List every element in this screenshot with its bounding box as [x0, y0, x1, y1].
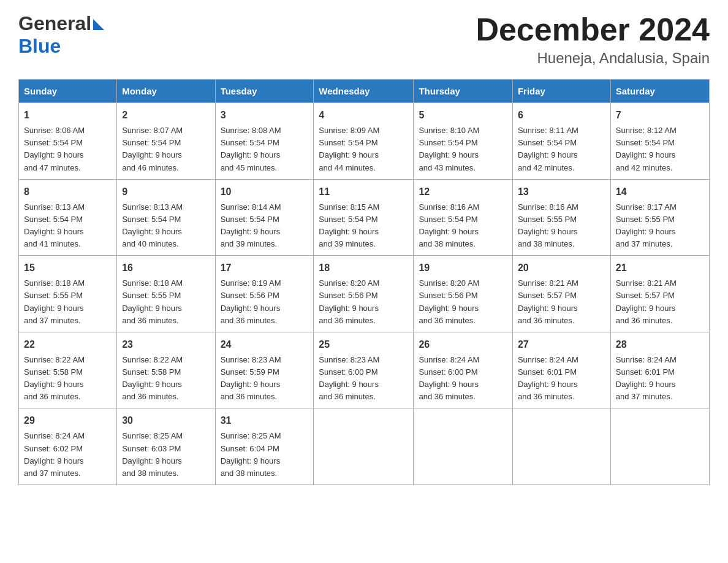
table-row: 23 Sunrise: 8:22 AMSunset: 5:58 PMDaylig…	[117, 332, 215, 408]
day-info: Sunrise: 8:18 AMSunset: 5:55 PMDaylight:…	[24, 278, 85, 324]
day-number: 6	[518, 108, 605, 123]
table-row: 15 Sunrise: 8:18 AMSunset: 5:55 PMDaylig…	[19, 256, 117, 332]
day-number: 16	[122, 261, 210, 275]
day-info: Sunrise: 8:25 AMSunset: 6:03 PMDaylight:…	[122, 431, 183, 477]
day-info: Sunrise: 8:09 AMSunset: 5:54 PMDaylight:…	[319, 126, 379, 172]
day-info: Sunrise: 8:14 AMSunset: 5:54 PMDaylight:…	[221, 202, 281, 248]
calendar-table: Sunday Monday Tuesday Wednesday Thursday…	[18, 79, 710, 485]
col-wednesday: Wednesday	[314, 80, 414, 103]
location-title: Hueneja, Andalusia, Spain	[476, 50, 710, 67]
day-number: 19	[419, 261, 507, 275]
day-info: Sunrise: 8:23 AMSunset: 5:59 PMDaylight:…	[221, 355, 281, 401]
table-row: 13 Sunrise: 8:16 AMSunset: 5:55 PMDaylig…	[512, 179, 610, 256]
day-number: 3	[221, 108, 309, 123]
day-number: 25	[319, 337, 408, 352]
day-info: Sunrise: 8:15 AMSunset: 5:54 PMDaylight:…	[319, 202, 379, 248]
calendar-week-row: 22 Sunrise: 8:22 AMSunset: 5:58 PMDaylig…	[19, 332, 710, 408]
day-number: 14	[616, 185, 704, 199]
table-row	[414, 408, 513, 485]
day-number: 2	[122, 108, 210, 123]
calendar-week-row: 29 Sunrise: 8:24 AMSunset: 6:02 PMDaylig…	[19, 408, 710, 485]
day-number: 29	[24, 413, 112, 428]
table-row: 26 Sunrise: 8:24 AMSunset: 6:00 PMDaylig…	[414, 332, 513, 408]
table-row: 29 Sunrise: 8:24 AMSunset: 6:02 PMDaylig…	[19, 408, 117, 485]
day-info: Sunrise: 8:17 AMSunset: 5:55 PMDaylight:…	[616, 202, 677, 248]
day-number: 26	[419, 337, 507, 352]
logo-arrow-icon	[93, 19, 104, 30]
day-number: 15	[24, 261, 112, 275]
table-row: 12 Sunrise: 8:16 AMSunset: 5:54 PMDaylig…	[414, 179, 513, 256]
table-row: 9 Sunrise: 8:13 AMSunset: 5:54 PMDayligh…	[117, 179, 215, 256]
table-row	[610, 408, 709, 485]
day-number: 9	[122, 185, 210, 199]
day-info: Sunrise: 8:13 AMSunset: 5:54 PMDaylight:…	[24, 202, 85, 248]
day-info: Sunrise: 8:18 AMSunset: 5:55 PMDaylight:…	[122, 278, 183, 324]
table-row: 7 Sunrise: 8:12 AMSunset: 5:54 PMDayligh…	[610, 103, 709, 180]
table-row: 5 Sunrise: 8:10 AMSunset: 5:54 PMDayligh…	[414, 103, 513, 180]
table-row: 11 Sunrise: 8:15 AMSunset: 5:54 PMDaylig…	[314, 179, 414, 256]
calendar-header-row: Sunday Monday Tuesday Wednesday Thursday…	[19, 80, 710, 103]
day-number: 30	[122, 413, 210, 428]
table-row: 8 Sunrise: 8:13 AMSunset: 5:54 PMDayligh…	[19, 179, 117, 256]
day-info: Sunrise: 8:11 AMSunset: 5:54 PMDaylight:…	[518, 126, 578, 172]
col-sunday: Sunday	[19, 80, 117, 103]
table-row: 20 Sunrise: 8:21 AMSunset: 5:57 PMDaylig…	[512, 256, 610, 332]
day-info: Sunrise: 8:07 AMSunset: 5:54 PMDaylight:…	[122, 126, 183, 172]
table-row: 6 Sunrise: 8:11 AMSunset: 5:54 PMDayligh…	[512, 103, 610, 180]
day-number: 24	[221, 337, 309, 352]
day-number: 5	[419, 108, 507, 123]
title-block: December 2024 Hueneja, Andalusia, Spain	[476, 12, 710, 67]
day-info: Sunrise: 8:16 AMSunset: 5:54 PMDaylight:…	[419, 202, 479, 248]
table-row: 21 Sunrise: 8:21 AMSunset: 5:57 PMDaylig…	[610, 256, 709, 332]
day-number: 13	[518, 185, 605, 199]
day-number: 21	[616, 261, 704, 275]
day-number: 28	[616, 337, 704, 352]
day-number: 18	[319, 261, 408, 275]
col-friday: Friday	[512, 80, 610, 103]
day-info: Sunrise: 8:13 AMSunset: 5:54 PMDaylight:…	[122, 202, 183, 248]
day-number: 1	[24, 108, 112, 123]
day-info: Sunrise: 8:16 AMSunset: 5:55 PMDaylight:…	[518, 202, 578, 248]
table-row: 27 Sunrise: 8:24 AMSunset: 6:01 PMDaylig…	[512, 332, 610, 408]
day-number: 7	[616, 108, 704, 123]
day-info: Sunrise: 8:12 AMSunset: 5:54 PMDaylight:…	[616, 126, 677, 172]
day-number: 22	[24, 337, 112, 352]
table-row: 28 Sunrise: 8:24 AMSunset: 6:01 PMDaylig…	[610, 332, 709, 408]
day-info: Sunrise: 8:06 AMSunset: 5:54 PMDaylight:…	[24, 126, 85, 172]
table-row: 30 Sunrise: 8:25 AMSunset: 6:03 PMDaylig…	[117, 408, 215, 485]
table-row: 10 Sunrise: 8:14 AMSunset: 5:54 PMDaylig…	[215, 179, 314, 256]
table-row	[314, 408, 414, 485]
col-saturday: Saturday	[610, 80, 709, 103]
logo-blue: Blue	[18, 35, 61, 57]
day-info: Sunrise: 8:21 AMSunset: 5:57 PMDaylight:…	[518, 278, 578, 324]
calendar-week-row: 8 Sunrise: 8:13 AMSunset: 5:54 PMDayligh…	[19, 179, 710, 256]
day-info: Sunrise: 8:24 AMSunset: 6:02 PMDaylight:…	[24, 431, 85, 477]
table-row: 19 Sunrise: 8:20 AMSunset: 5:56 PMDaylig…	[414, 256, 513, 332]
day-number: 4	[319, 108, 408, 123]
day-number: 8	[24, 185, 112, 199]
day-info: Sunrise: 8:19 AMSunset: 5:56 PMDaylight:…	[221, 278, 281, 324]
day-info: Sunrise: 8:08 AMSunset: 5:54 PMDaylight:…	[221, 126, 281, 172]
day-info: Sunrise: 8:20 AMSunset: 5:56 PMDaylight:…	[319, 278, 379, 324]
day-number: 27	[518, 337, 605, 352]
day-info: Sunrise: 8:23 AMSunset: 6:00 PMDaylight:…	[319, 355, 379, 401]
col-monday: Monday	[117, 80, 215, 103]
day-number: 17	[221, 261, 309, 275]
table-row: 25 Sunrise: 8:23 AMSunset: 6:00 PMDaylig…	[314, 332, 414, 408]
table-row: 18 Sunrise: 8:20 AMSunset: 5:56 PMDaylig…	[314, 256, 414, 332]
day-info: Sunrise: 8:24 AMSunset: 6:00 PMDaylight:…	[419, 355, 479, 401]
table-row: 24 Sunrise: 8:23 AMSunset: 5:59 PMDaylig…	[215, 332, 314, 408]
table-row: 31 Sunrise: 8:25 AMSunset: 6:04 PMDaylig…	[215, 408, 314, 485]
day-number: 31	[221, 413, 309, 428]
logo: General Blue	[18, 12, 104, 58]
calendar-week-row: 1 Sunrise: 8:06 AMSunset: 5:54 PMDayligh…	[19, 103, 710, 180]
table-row: 3 Sunrise: 8:08 AMSunset: 5:54 PMDayligh…	[215, 103, 314, 180]
day-number: 10	[221, 185, 309, 199]
day-info: Sunrise: 8:21 AMSunset: 5:57 PMDaylight:…	[616, 278, 677, 324]
table-row: 2 Sunrise: 8:07 AMSunset: 5:54 PMDayligh…	[117, 103, 215, 180]
day-info: Sunrise: 8:10 AMSunset: 5:54 PMDaylight:…	[419, 126, 479, 172]
table-row: 14 Sunrise: 8:17 AMSunset: 5:55 PMDaylig…	[610, 179, 709, 256]
page-header: General Blue December 2024 Hueneja, Anda…	[18, 12, 710, 67]
day-number: 20	[518, 261, 605, 275]
day-number: 11	[319, 185, 408, 199]
